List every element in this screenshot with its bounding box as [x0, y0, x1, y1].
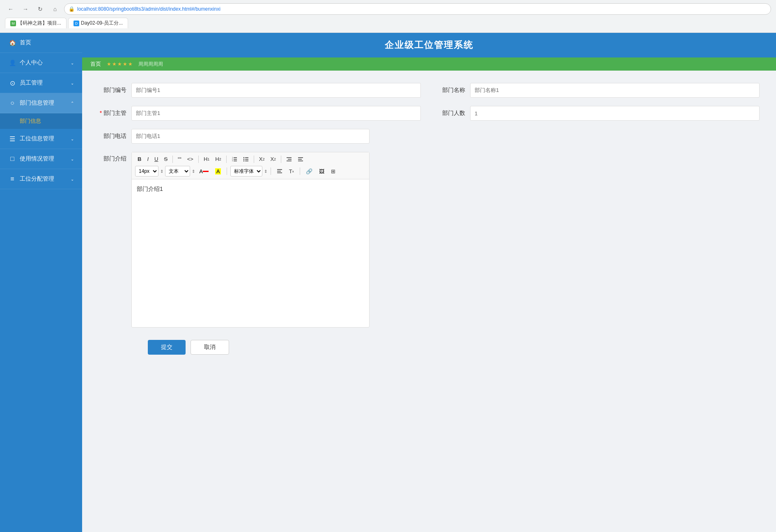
form-row-1: 部门编号 部门名称	[99, 83, 760, 98]
toolbar-ol[interactable]: 123	[229, 155, 240, 163]
toolbar-image[interactable]: 🖼	[317, 167, 327, 176]
assign-chevron: ⌄	[71, 177, 74, 181]
address-bar[interactable]: 🔒 localhost:8080/springbooti8ts3/admin/d…	[64, 3, 771, 15]
tab-2[interactable]: D Day02-09-员工分...	[68, 18, 128, 28]
sidebar-item-personal-label: 个人中心	[20, 59, 71, 66]
toolbar-font-color[interactable]: A	[197, 167, 211, 176]
sidebar-item-home-label: 首页	[20, 39, 74, 46]
color-indicator	[203, 171, 209, 172]
toolbar-font-size[interactable]: 14px 12px 16px 18px	[135, 166, 158, 177]
employee-chevron: ⌄	[71, 81, 74, 85]
sidebar-item-employee[interactable]: ⊙ 员工管理 ⌄	[0, 73, 82, 93]
dept-name-input[interactable]	[470, 83, 760, 98]
main-area: 企业级工位管理系统 首页 ★★★★★ 周周周周周 部门编号 部门名称	[82, 33, 776, 532]
toolbar-format[interactable]: 文本 标题1 标题2	[165, 166, 190, 177]
tab-1[interactable]: M 【码神之路】项目...	[5, 18, 67, 28]
sidebar-item-workstation[interactable]: ☰ 工位信息管理 ⌄	[0, 129, 82, 149]
toolbar-h1[interactable]: H1	[201, 155, 212, 163]
sidebar-subitem-dept-info[interactable]: 部门信息	[0, 113, 82, 129]
sep2	[198, 156, 199, 163]
toolbar-superscript[interactable]: X2	[268, 155, 278, 163]
toolbar-font-family[interactable]: 标准字体 宋体 黑体	[230, 166, 262, 177]
toolbar-strikethrough[interactable]: S	[161, 155, 170, 163]
sidebar-item-assign[interactable]: ≡ 工位分配管理 ⌄	[0, 169, 82, 189]
svg-text:3: 3	[232, 160, 233, 162]
sep4	[254, 156, 254, 163]
tab-1-icon: M	[10, 21, 16, 26]
sidebar: 🏠 首页 👤 个人中心 ⌄ ⊙ 员工管理 ⌄ ○ 部门信息管理 ⌃ 部门信息 ☰…	[0, 33, 82, 532]
sidebar-item-dept[interactable]: ○ 部门信息管理 ⌃	[0, 93, 82, 113]
sep1	[172, 156, 173, 163]
sidebar-item-assign-label: 工位分配管理	[20, 175, 71, 183]
sidebar-item-usage[interactable]: □ 使用情况管理 ⌄	[0, 149, 82, 169]
sidebar-item-personal[interactable]: 👤 个人中心 ⌄	[0, 53, 82, 73]
personal-icon: 👤	[8, 59, 16, 67]
toolbar-subscript[interactable]: X2	[257, 155, 267, 163]
browser-toolbar: ← → ↻ ⌂ 🔒 localhost:8080/springbooti8ts3…	[0, 0, 776, 16]
cancel-button[interactable]: 取消	[191, 340, 229, 355]
toolbar-clear-format[interactable]: Tx	[287, 167, 296, 176]
home-button[interactable]: ⌂	[49, 3, 61, 15]
lock-icon: 🔒	[69, 6, 75, 12]
dept-no-field: 部门编号	[99, 83, 421, 98]
sep3	[226, 156, 227, 163]
toolbar-underline[interactable]: U	[152, 155, 161, 163]
toolbar-bold[interactable]: B	[135, 155, 144, 163]
sep7	[271, 167, 271, 175]
sidebar-subitem-dept-info-label: 部门信息	[20, 118, 41, 124]
font-color-letter: A	[199, 168, 203, 174]
toolbar-link[interactable]: 🔗	[303, 167, 315, 176]
dept-no-label: 部门编号	[99, 87, 131, 94]
app-layout: 🏠 首页 👤 个人中心 ⌄ ⊙ 员工管理 ⌄ ○ 部门信息管理 ⌃ 部门信息 ☰…	[0, 33, 776, 532]
refresh-button[interactable]: ↻	[34, 3, 46, 15]
tab-1-label: 【码神之路】项目...	[18, 20, 61, 27]
svg-point-11	[243, 160, 244, 161]
home-icon: 🏠	[8, 39, 16, 47]
dept-manager-label: 部门主管	[99, 110, 131, 117]
form-row-3: 部门电话	[99, 129, 760, 144]
breadcrumb-bar: 首页 ★★★★★ 周周周周周	[82, 57, 776, 71]
dept-manager-field: 部门主管	[99, 106, 421, 121]
dept-phone-field: 部门电话	[99, 129, 370, 144]
toolbar-blockquote[interactable]: ““	[175, 155, 184, 163]
toolbar-font-highlight[interactable]: A	[213, 167, 223, 176]
toolbar-code[interactable]: <>	[185, 155, 196, 163]
toolbar-italic[interactable]: I	[145, 155, 151, 163]
editor-content: 部门介绍1	[137, 186, 163, 192]
font-family-arrow: ⇕	[264, 169, 267, 174]
sep5	[281, 156, 281, 163]
back-button[interactable]: ←	[5, 3, 16, 15]
usage-icon: □	[8, 155, 16, 163]
toolbar-h2[interactable]: H2	[213, 155, 223, 163]
editor-body[interactable]: 部门介绍1	[132, 179, 369, 327]
svg-point-9	[243, 157, 244, 158]
tab-2-icon: D	[73, 21, 79, 26]
submit-button[interactable]: 提交	[148, 340, 186, 355]
toolbar-ul[interactable]	[241, 155, 251, 163]
form-row-2: 部门主管 部门人数	[99, 106, 760, 121]
dept-phone-input[interactable]	[131, 129, 370, 144]
sidebar-item-home[interactable]: 🏠 首页	[0, 33, 82, 53]
toolbar-align-left[interactable]	[274, 167, 285, 175]
usage-chevron: ⌄	[71, 157, 74, 161]
url-text: localhost:8080/springbooti8ts3/admin/dis…	[77, 6, 220, 12]
editor-wrapper: B I U S ““ <> H1 H2	[131, 152, 370, 328]
tab-2-label: Day02-09-员工分...	[81, 20, 123, 27]
dept-intro-label: 部门介绍	[99, 152, 131, 163]
sidebar-item-employee-label: 员工管理	[20, 79, 71, 87]
form-actions: 提交 取消	[99, 336, 760, 363]
personal-chevron: ⌄	[71, 61, 74, 65]
dept-no-input[interactable]	[131, 83, 421, 98]
assign-icon: ≡	[8, 175, 16, 183]
forward-button[interactable]: →	[20, 3, 31, 15]
svg-point-10	[243, 158, 244, 159]
toolbar-indent-right[interactable]	[284, 155, 294, 163]
dept-count-label: 部门人数	[437, 110, 470, 117]
breadcrumb-home[interactable]: 首页	[90, 60, 101, 68]
dept-count-input[interactable]	[470, 106, 760, 121]
toolbar-indent-left[interactable]	[295, 155, 306, 163]
content-area: 部门编号 部门名称 部门主管 部门人数	[82, 71, 776, 532]
toolbar-table[interactable]: ⊞	[328, 167, 338, 176]
dept-manager-input[interactable]	[131, 106, 421, 121]
dept-phone-label: 部门电话	[99, 133, 131, 140]
